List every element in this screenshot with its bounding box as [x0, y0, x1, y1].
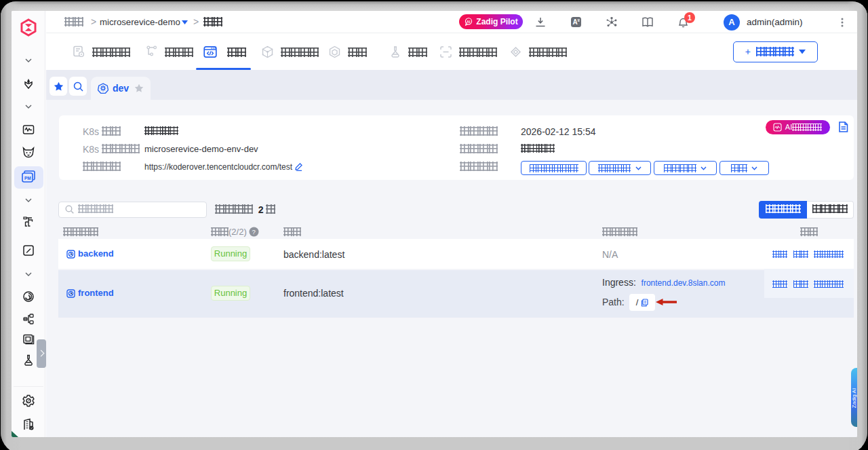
svg-text:?: ?	[252, 228, 256, 236]
svg-text:A: A	[572, 18, 577, 26]
svg-text:AI: AI	[467, 20, 471, 24]
svg-text:PM: PM	[24, 176, 31, 181]
